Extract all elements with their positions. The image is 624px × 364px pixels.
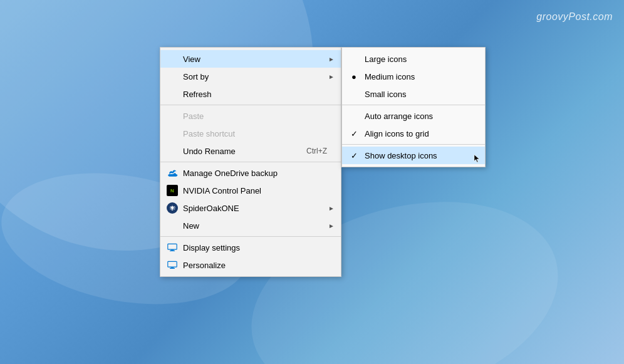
- menu-item-paste-shortcut[interactable]: Paste shortcut: [160, 125, 341, 142]
- submenu-show-desktop[interactable]: ✓ Show desktop icons: [342, 147, 485, 164]
- nvidia-icon: N: [165, 185, 179, 196]
- menu-item-onedrive[interactable]: Manage OneDrive backup: [160, 164, 341, 182]
- menu-item-display-settings[interactable]: Display settings: [160, 239, 341, 256]
- nvidia-label: NVIDIA Control Panel: [183, 186, 261, 195]
- onedrive-icon: [165, 169, 179, 177]
- sort-by-arrow-icon: ►: [328, 73, 335, 80]
- align-grid-label: Align icons to grid: [365, 129, 429, 138]
- small-icons-label: Small icons: [365, 90, 406, 99]
- refresh-label: Refresh: [183, 90, 212, 99]
- submenu-separator-2: [342, 144, 485, 145]
- separator-1: [160, 105, 341, 105]
- context-menu-wrapper: View ► Sort by ► Refresh Paste Paste sho…: [160, 47, 486, 277]
- svg-rect-3: [168, 261, 177, 267]
- submenu-auto-arrange[interactable]: Auto arrange icons: [342, 107, 485, 125]
- menu-item-sort-by[interactable]: Sort by ►: [160, 68, 341, 85]
- align-grid-check: ✓: [347, 129, 361, 138]
- submenu-small-icons[interactable]: Small icons: [342, 85, 485, 103]
- menu-item-paste[interactable]: Paste: [160, 107, 341, 125]
- menu-item-new[interactable]: New ►: [160, 217, 341, 234]
- paste-label: Paste: [183, 112, 204, 121]
- spideroak-icon: 🕷: [165, 202, 179, 214]
- submenu-medium-icons[interactable]: ● Medium icons: [342, 68, 485, 85]
- menu-item-personalize[interactable]: Personalize: [160, 256, 341, 274]
- svg-rect-5: [170, 268, 175, 269]
- submenu-align-grid[interactable]: ✓ Align icons to grid: [342, 125, 485, 142]
- paste-shortcut-label: Paste shortcut: [183, 129, 235, 138]
- new-arrow-icon: ►: [328, 222, 335, 229]
- menu-item-view[interactable]: View ►: [160, 50, 341, 68]
- cursor-icon: [474, 154, 480, 163]
- submenu-separator-1: [342, 105, 485, 105]
- svg-rect-4: [171, 267, 174, 268]
- large-icons-label: Large icons: [365, 55, 407, 64]
- menu-item-spideroak[interactable]: 🕷 SpiderOakONE ►: [160, 199, 341, 217]
- view-label: View: [183, 55, 200, 64]
- view-submenu: Large icons ● Medium icons Small icons A…: [341, 47, 486, 167]
- svg-rect-2: [170, 251, 175, 251]
- main-context-menu: View ► Sort by ► Refresh Paste Paste sho…: [160, 47, 341, 277]
- menu-item-refresh[interactable]: Refresh: [160, 85, 341, 103]
- menu-item-nvidia[interactable]: N NVIDIA Control Panel: [160, 182, 341, 199]
- menu-item-undo-rename[interactable]: Undo Rename Ctrl+Z: [160, 142, 341, 160]
- personalize-icon: [165, 261, 179, 269]
- medium-icons-check: ●: [347, 72, 361, 81]
- show-desktop-label: Show desktop icons: [365, 151, 437, 160]
- show-desktop-check: ✓: [347, 151, 361, 160]
- separator-2: [160, 162, 341, 162]
- submenu-large-icons[interactable]: Large icons: [342, 50, 485, 68]
- spideroak-label: SpiderOakONE: [183, 204, 239, 213]
- svg-rect-0: [168, 244, 177, 249]
- separator-3: [160, 236, 341, 237]
- watermark-text: groovyPost.com: [536, 11, 613, 23]
- spideroak-arrow-icon: ►: [328, 205, 335, 212]
- sort-by-label: Sort by: [183, 72, 209, 81]
- medium-icons-label: Medium icons: [365, 72, 415, 81]
- onedrive-label: Manage OneDrive backup: [183, 169, 278, 178]
- display-settings-label: Display settings: [183, 243, 240, 252]
- undo-rename-shortcut: Ctrl+Z: [306, 147, 327, 155]
- new-label: New: [183, 221, 199, 231]
- personalize-label: Personalize: [183, 261, 226, 270]
- view-arrow-icon: ►: [328, 56, 335, 63]
- auto-arrange-label: Auto arrange icons: [365, 112, 433, 121]
- undo-rename-label: Undo Rename: [183, 147, 236, 156]
- display-settings-icon: [165, 243, 179, 252]
- svg-rect-1: [171, 249, 174, 251]
